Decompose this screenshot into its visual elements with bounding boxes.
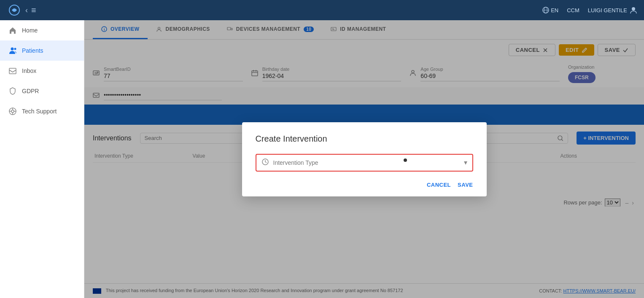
modal-save-button[interactable]: SAVE <box>458 182 473 188</box>
sidebar-item-tech-support[interactable]: Tech Support <box>0 101 84 121</box>
svg-point-5 <box>11 48 14 51</box>
user-info[interactable]: LUIGI GENTILE <box>588 6 637 14</box>
intervention-type-field[interactable]: ▾ <box>256 154 473 172</box>
module-label: CCM <box>567 7 579 13</box>
language-label: EN <box>551 7 558 13</box>
tech-support-icon <box>8 107 17 115</box>
create-intervention-modal: Create Intervention ▾ CANCEL SAVE <box>242 122 487 196</box>
home-icon <box>8 26 17 35</box>
dropdown-arrow-icon: ▾ <box>464 158 467 166</box>
modal-actions: CANCEL SAVE <box>256 182 473 188</box>
svg-point-9 <box>11 110 14 113</box>
top-nav-right: EN CCM LUIGI GENTILE <box>542 6 637 14</box>
svg-point-6 <box>14 48 16 50</box>
inbox-icon <box>8 67 17 75</box>
back-button[interactable]: ‹ <box>25 6 28 15</box>
modal-cancel-button[interactable]: CANCEL <box>427 182 451 188</box>
gdpr-icon <box>8 87 17 95</box>
modal-overlay: Create Intervention ▾ CANCEL SAVE <box>84 20 644 298</box>
sidebar-label-gdpr: GDPR <box>22 88 39 94</box>
sidebar-item-gdpr[interactable]: GDPR <box>0 81 84 101</box>
intervention-type-input[interactable] <box>273 159 460 166</box>
main-content: i OVERVIEW DEMOGRAPHICS DEVICES MANAGEME… <box>84 20 644 298</box>
app-logo <box>7 3 22 18</box>
sidebar-item-inbox[interactable]: Inbox <box>0 61 84 81</box>
sidebar-item-patients[interactable]: Patients <box>0 40 84 61</box>
clock-icon <box>261 158 269 167</box>
content-area: i OVERVIEW DEMOGRAPHICS DEVICES MANAGEME… <box>84 20 644 298</box>
menu-button[interactable]: ≡ <box>31 5 36 15</box>
svg-line-38 <box>265 162 267 163</box>
sidebar-label-inbox: Inbox <box>22 67 36 74</box>
sidebar-label-patients: Patients <box>22 47 43 54</box>
language-selector[interactable]: EN <box>542 7 558 13</box>
user-name: LUIGI GENTILE <box>588 7 627 13</box>
top-navbar: ‹ ≡ EN CCM LUIGI GENTILE <box>0 0 644 20</box>
sidebar: Home Patients Inbox GDPR Tech Support <box>0 20 84 298</box>
patients-icon <box>8 46 17 55</box>
svg-point-4 <box>632 7 635 11</box>
sidebar-label-home: Home <box>22 27 38 34</box>
modal-title: Create Intervention <box>256 134 473 144</box>
sidebar-item-home[interactable]: Home <box>0 20 84 40</box>
svg-rect-7 <box>9 68 16 74</box>
sidebar-label-tech-support: Tech Support <box>22 108 57 115</box>
